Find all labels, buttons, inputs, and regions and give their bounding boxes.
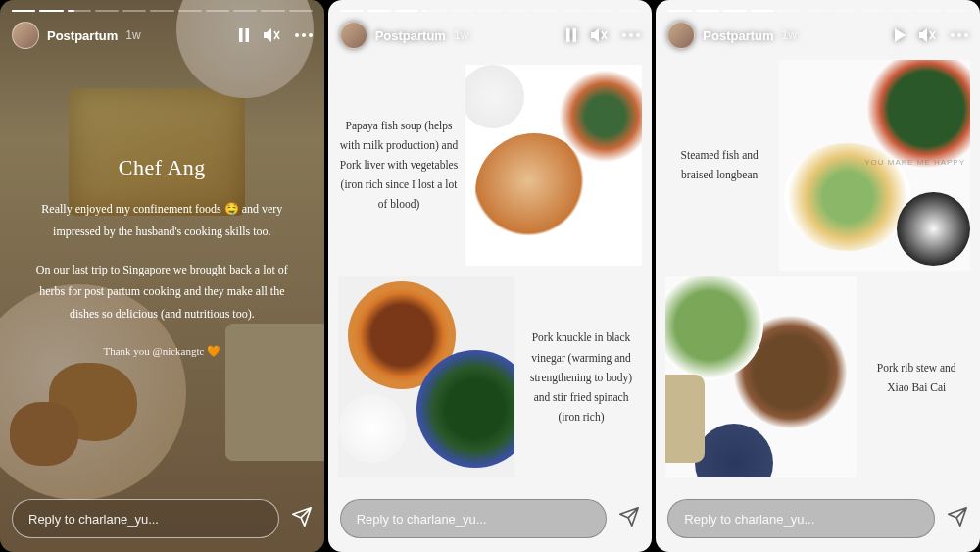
reply-input[interactable]: Reply to charlane_yu... <box>340 499 608 538</box>
pause-icon[interactable] <box>565 28 577 42</box>
dish-caption-1: Papaya fish soup (helps with milk produc… <box>338 116 461 215</box>
svg-point-2 <box>295 33 299 37</box>
story-controls <box>565 28 640 42</box>
svg-point-8 <box>629 33 633 37</box>
dish-photo-2 <box>665 276 857 477</box>
more-icon[interactable] <box>951 33 968 37</box>
reply-row: Reply to charlane_yu... <box>12 499 313 538</box>
avatar[interactable] <box>667 22 695 49</box>
story-panel-1: Postpartum 1w Chef Ang Really enjoyed my… <box>0 0 324 552</box>
svg-point-4 <box>309 33 313 37</box>
reply-input[interactable]: Reply to charlane_yu... <box>667 499 935 538</box>
progress-bar <box>340 10 641 12</box>
highlight-title[interactable]: Postpartum <box>703 28 773 43</box>
reply-row: Reply to charlane_yu... <box>340 499 641 538</box>
dish-caption-2: Pork knuckle in black vinegar (warming a… <box>520 327 643 427</box>
dish-photo-1 <box>466 65 642 266</box>
story-header: Postpartum 1w <box>667 22 968 49</box>
reply-placeholder: Reply to charlane_yu... <box>28 512 159 527</box>
story2-content: Papaya fish soup (helps with milk produc… <box>338 59 643 483</box>
dish-row-1: Steamed fish and braised longbean YOU MA… <box>665 59 970 272</box>
more-icon[interactable] <box>622 33 640 37</box>
dish-caption-2: Pork rib stew and Xiao Bai Cai <box>862 358 970 397</box>
dish-row-2: Pork knuckle in black vinegar (warming a… <box>338 272 643 484</box>
mute-icon[interactable] <box>591 28 609 42</box>
svg-rect-5 <box>566 28 570 42</box>
more-icon[interactable] <box>295 33 313 37</box>
svg-rect-0 <box>239 28 243 42</box>
reply-input[interactable]: Reply to charlane_yu... <box>12 499 279 538</box>
thankyou-line: Thank you @nickangtc 🧡 <box>103 341 220 362</box>
svg-point-9 <box>636 33 640 37</box>
svg-point-3 <box>302 33 306 37</box>
progress-bar <box>12 10 313 12</box>
dish-photo-1: YOU MAKE ME HAPPY <box>779 60 970 271</box>
reply-placeholder: Reply to charlane_yu... <box>684 512 814 527</box>
svg-rect-1 <box>245 28 249 42</box>
play-icon[interactable] <box>894 28 906 42</box>
svg-point-11 <box>957 33 961 37</box>
progress-bar <box>667 10 968 12</box>
mute-icon[interactable] <box>919 28 937 42</box>
story-controls <box>894 28 968 42</box>
time-ago: 1w <box>782 28 797 42</box>
story-controls <box>238 28 313 42</box>
time-ago: 1w <box>125 28 140 42</box>
dish-row-2: Pork rib stew and Xiao Bai Cai <box>665 272 970 484</box>
svg-point-12 <box>964 33 968 37</box>
pause-icon[interactable] <box>238 28 250 42</box>
dish-row-1: Papaya fish soup (helps with milk produc… <box>338 59 643 272</box>
highlight-title[interactable]: Postpartum <box>47 28 118 43</box>
time-ago: 1w <box>454 28 468 42</box>
story-panel-3: Postpartum 1w Steamed fish and braised l… <box>656 0 980 552</box>
paragraph-2: On our last trip to Singapore we brought… <box>34 259 289 326</box>
story-header: Postpartum 1w <box>340 22 641 49</box>
story3-content: Steamed fish and braised longbean YOU MA… <box>665 59 970 483</box>
heading: Chef Ang <box>119 155 206 180</box>
mute-icon[interactable] <box>264 28 281 42</box>
reply-row: Reply to charlane_yu... <box>667 499 968 538</box>
send-icon[interactable] <box>618 506 640 531</box>
svg-point-7 <box>622 33 626 37</box>
reply-placeholder: Reply to charlane_yu... <box>357 512 487 527</box>
svg-rect-6 <box>573 28 577 42</box>
paragraph-1: Really enjoyed my confinement foods 🤤 an… <box>34 198 289 243</box>
highlight-title[interactable]: Postpartum <box>375 28 446 43</box>
progress-fill <box>68 10 75 12</box>
send-icon[interactable] <box>291 506 313 531</box>
send-icon[interactable] <box>947 506 968 531</box>
avatar[interactable] <box>12 22 39 49</box>
watermark-text: YOU MAKE ME HAPPY <box>864 158 965 167</box>
dish-caption-1: Steamed fish and braised longbean <box>665 145 773 184</box>
avatar[interactable] <box>340 22 368 49</box>
story-header: Postpartum 1w <box>12 22 313 49</box>
story1-text: Chef Ang Really enjoyed my confinement f… <box>0 0 324 552</box>
dish-photo-2 <box>338 276 514 477</box>
story-panel-2: Postpartum 1w Papaya fish soup (helps wi… <box>328 0 653 552</box>
svg-point-10 <box>951 33 955 37</box>
